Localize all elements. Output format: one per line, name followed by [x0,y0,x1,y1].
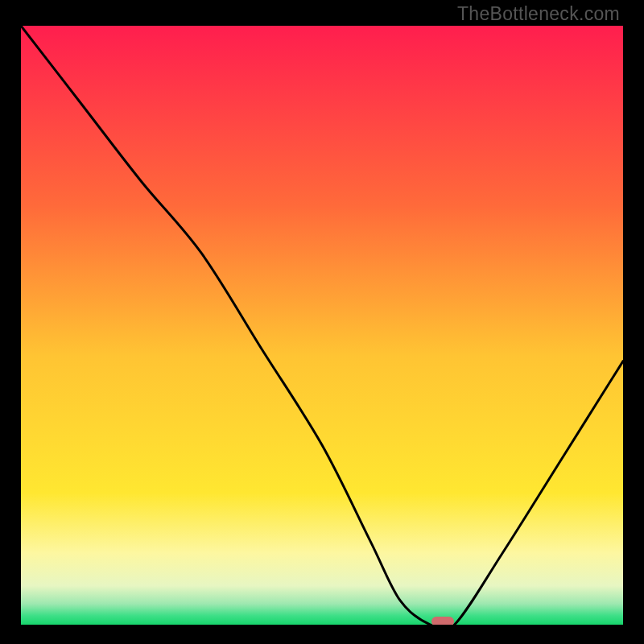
watermark-text: TheBottleneck.com [457,3,620,25]
chart-frame: TheBottleneck.com [0,0,644,644]
plot-area [21,26,623,625]
optimal-marker [431,617,454,625]
bottleneck-curve [21,26,623,625]
